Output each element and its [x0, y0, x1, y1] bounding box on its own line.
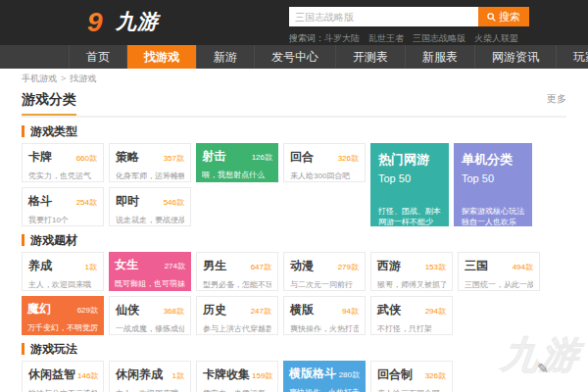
main-content: 游戏分类 更多 游戏类型卡牌660款凭实力，也凭运气策略357款化身军师，运筹帷… — [0, 88, 588, 392]
category-count: 159款 — [252, 370, 272, 381]
group-body: 养成1款主人，欢迎回来哦女生274款既可御姐，也可萌妹男生647款型男必备，怎能… — [22, 252, 566, 335]
breadcrumb-item[interactable]: 找游戏 — [70, 74, 96, 83]
featured-card[interactable]: 单机分类Top 50探索游戏核心玩法独自一人也欢乐 — [454, 143, 532, 226]
card-header: 仙侠368款 — [116, 302, 184, 318]
card-header: 回合制326款 — [377, 367, 446, 383]
category-card[interactable]: 魔幻629款万千变幻，不明觉厉 — [22, 296, 104, 335]
nav-item-新游[interactable]: 新游 — [196, 45, 254, 69]
group-title: 游戏题材 — [22, 234, 566, 246]
category-name: 西游 — [377, 258, 401, 274]
category-card[interactable]: 回合326款来人给300回合吧 — [283, 143, 366, 182]
category-card[interactable]: 卡牌收集159款凭实力，也凭运气 — [196, 361, 278, 392]
category-groups: 游戏类型卡牌660款凭实力，也凭运气策略357款化身军师，运筹帷幄射击126款喂… — [22, 125, 566, 392]
card-header: 射击126款 — [202, 148, 272, 165]
featured-lines: 探索游戏核心玩法独自一人也欢乐 — [462, 206, 524, 226]
hot-search: 搜索词：斗罗大陆乱世王者三国志战略版火柴人联盟 — [289, 32, 529, 45]
featured-line: 探索游戏核心玩法 — [462, 206, 524, 217]
category-count: 274款 — [165, 261, 185, 271]
nav-item-首页[interactable]: 首页 — [69, 45, 126, 69]
category-count: 647款 — [251, 262, 271, 272]
category-card[interactable]: 横版格斗280款爽快操作，火热打击 — [283, 361, 366, 392]
category-card[interactable]: 武侠294款不打怪，只打架 — [370, 296, 453, 335]
category-desc: 型男必备，怎能不玩 — [203, 279, 271, 290]
card-header: 卡牌660款 — [28, 149, 97, 166]
hot-search-word[interactable]: 斗罗大陆 — [324, 33, 360, 43]
main-nav: 首页找游戏新游发号中心开测表新服表网游资讯玩家论坛视频 — [0, 45, 588, 69]
featured-lines: 打怪、团战、副本网游一样不能少 — [378, 206, 441, 226]
category-desc: 既可御姐，也可萌妹 — [115, 278, 185, 289]
card-header: 即时546款 — [116, 193, 184, 210]
card-header: 历史247款 — [203, 302, 271, 318]
category-card[interactable]: 格斗254款我要打10个 — [22, 187, 104, 226]
nav-item-网游资讯[interactable]: 网游资讯 — [474, 45, 556, 69]
hot-search-word[interactable]: 火柴人联盟 — [474, 33, 518, 43]
category-card[interactable]: 养成1款主人，欢迎回来哦 — [22, 252, 104, 291]
category-card[interactable]: 西游153款猴哥，师傅又被抓了 — [370, 252, 453, 291]
category-name: 即时 — [116, 193, 139, 210]
nav-item-开测表[interactable]: 开测表 — [335, 45, 405, 69]
category-card[interactable]: 历史247款参与上演古代穿越剧 — [196, 296, 278, 335]
category-card[interactable]: 休闲养成1款主人，欢迎回来哦 — [109, 361, 191, 392]
search-input[interactable] — [289, 7, 478, 26]
category-name: 女生 — [115, 257, 138, 273]
featured-top-label: Top 50 — [462, 172, 524, 184]
more-link[interactable]: 更多 — [547, 92, 566, 106]
category-name: 三国 — [465, 258, 488, 274]
category-card[interactable]: 回合制326款来人给三百回合吧 — [370, 361, 453, 392]
category-count: 629款 — [77, 305, 98, 316]
card-header: 回合326款 — [290, 149, 359, 166]
category-card[interactable]: 卡牌660款凭实力，也凭运气 — [22, 143, 104, 182]
category-name: 动漫 — [290, 258, 314, 274]
card-header: 格斗254款 — [28, 193, 97, 210]
category-desc: 我要打10个 — [28, 215, 97, 225]
hot-search-word[interactable]: 乱世王者 — [368, 33, 404, 43]
category-desc: 凭实力，也凭运气 — [28, 171, 97, 181]
section-header: 游戏分类 更多 — [22, 90, 566, 118]
site-logo[interactable]: 9 九游 — [86, 8, 159, 35]
featured-line: 打怪、团战、副本 — [378, 206, 441, 217]
breadcrumb-item[interactable]: 手机游戏 — [22, 74, 57, 83]
category-card[interactable]: 男生647款型男必备，怎能不玩 — [196, 252, 278, 291]
category-card[interactable]: 动漫279款与二次元一同前行 — [283, 252, 366, 291]
search-button[interactable]: 搜索 — [478, 7, 529, 26]
nav-item-发号中心[interactable]: 发号中心 — [254, 45, 335, 69]
category-name: 格斗 — [28, 193, 52, 210]
hot-search-word[interactable]: 三国志战略版 — [413, 33, 466, 43]
category-name: 卡牌 — [28, 149, 52, 166]
breadcrumb-separator: > — [61, 74, 66, 83]
category-name: 休闲益智 — [28, 367, 75, 383]
category-name: 历史 — [203, 302, 226, 318]
card-header: 休闲益智146款 — [28, 367, 97, 383]
category-count: 153款 — [425, 262, 446, 272]
category-name: 卡牌收集 — [203, 367, 250, 383]
category-card[interactable]: 休闲益智146款地铁与公交不二选择 — [22, 361, 104, 392]
category-card[interactable]: 女生274款既可御姐，也可萌妹 — [109, 252, 191, 291]
card-header: 动漫279款 — [290, 258, 359, 274]
logo-text: 九游 — [116, 8, 159, 35]
category-count: 660款 — [76, 153, 97, 164]
category-count: 279款 — [338, 262, 359, 272]
nav-item-找游戏[interactable]: 找游戏 — [126, 45, 196, 69]
category-card[interactable]: 射击126款喂，我想射点什么 — [196, 143, 278, 182]
category-card[interactable]: 横版94款爽快操作，火热打击 — [283, 296, 366, 335]
magnifier-icon — [487, 13, 496, 22]
nav-item-新服表[interactable]: 新服表 — [405, 45, 474, 69]
category-count: 1款 — [85, 262, 97, 272]
category-name: 回合制 — [377, 367, 413, 383]
edit-pencil-icon[interactable]: ✎ — [537, 361, 549, 376]
category-card[interactable]: 三国494款三国统一，从此一战 — [458, 252, 540, 291]
category-card[interactable]: 即时546款说走就走，要战便战 — [109, 187, 191, 226]
card-grid: 养成1款主人，欢迎回来哦女生274款既可御姐，也可萌妹男生647款型男必备，怎能… — [22, 252, 566, 335]
featured-title: 热门网游 — [378, 151, 441, 169]
nav-item-玩家论坛[interactable]: 玩家论坛 — [556, 45, 588, 69]
featured-card[interactable]: 热门网游Top 50打怪、团战、副本网游一样不能少 — [370, 143, 449, 226]
category-count: 494款 — [513, 262, 533, 272]
category-card[interactable]: 策略357款化身军师，运筹帷幄 — [109, 143, 191, 182]
card-header: 三国494款 — [465, 258, 533, 274]
hot-search-label: 搜索词： — [289, 33, 324, 43]
group-title: 游戏玩法 — [22, 343, 566, 355]
category-desc: 三国统一，从此一战 — [465, 279, 533, 290]
category-card[interactable]: 仙侠368款一战成魔，修炼成仙 — [109, 296, 191, 335]
category-desc: 主人，欢迎回来哦 — [116, 388, 184, 392]
group-body: 卡牌660款凭实力，也凭运气策略357款化身军师，运筹帷幄射击126款喂，我想射… — [22, 143, 566, 226]
